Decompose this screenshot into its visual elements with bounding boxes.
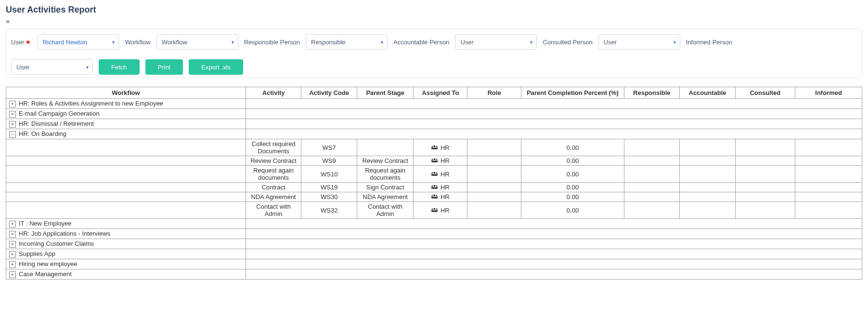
collapse-panel-icon[interactable]: « [6,17,10,25]
group-label: Supplies App [19,250,55,257]
expand-icon[interactable]: + [9,261,16,268]
table-row[interactable]: ContractWS19Sign ContractHR0.00 [6,183,862,192]
group-row[interactable]: +Hiring new employee [6,259,862,269]
pcp-cell: 0.00 [521,192,624,202]
group-row[interactable]: −HR: On Boarding [6,129,862,139]
group-cell[interactable]: +HR: Dismissal / Retirement [6,119,246,129]
activity-code-cell: WS9 [301,156,357,166]
responsible-cell [624,166,680,183]
consulted-cell [735,183,795,192]
col-activity-code[interactable]: Activity Code [301,87,357,99]
assigned-to-value: HR [431,171,450,178]
fetch-button[interactable]: Fetch [99,59,140,75]
accountable-cell [680,156,736,166]
consulted-cell [735,202,795,219]
assigned-to-value: HR [431,144,450,151]
expand-icon[interactable]: + [9,121,16,128]
expand-icon[interactable]: + [9,271,16,278]
group-cell[interactable]: +Hiring new employee [6,259,246,269]
print-button[interactable]: Print [145,59,183,75]
consulted-cell [735,156,795,166]
workflow-cell [6,166,246,183]
group-row[interactable]: +E-mail Campaign Generation [6,109,862,119]
assigned-to-text: HR [440,207,450,214]
group-cell[interactable]: +HR: Job Applications - Interviews [6,229,246,239]
informed-select[interactable]: User ▾ [11,59,93,75]
group-row[interactable]: +Supplies App [6,249,862,259]
workflow-cell [6,192,246,202]
chevron-down-icon: ▾ [112,40,115,45]
group-cell[interactable]: −HR: On Boarding [6,129,246,139]
group-row[interactable]: +IT : New Employee [6,219,862,229]
users-icon [431,144,438,151]
accountable-select[interactable]: User ▾ [455,34,537,50]
user-select[interactable]: Richard Newton ▾ [37,34,119,50]
chevron-down-icon: ▾ [530,40,532,45]
accountable-cell [680,202,736,219]
group-cell[interactable]: +IT : New Employee [6,219,246,229]
workflow-select[interactable]: Workflow ▾ [156,34,238,50]
group-cell[interactable]: +HR: Roles & Activities Assignment to ne… [6,99,246,109]
responsible-cell [624,192,680,202]
parent-stage-cell: Request again documents [357,166,413,183]
role-cell [467,202,521,219]
expand-icon[interactable]: + [9,241,16,248]
group-cell[interactable]: +Case Management [6,269,246,280]
parent-stage-cell: NDA Agreement [357,192,413,202]
accountable-cell [680,183,736,192]
collapse-icon[interactable]: − [9,131,16,138]
group-cell[interactable]: +Supplies App [6,249,246,259]
role-cell [467,183,521,192]
responsible-cell [624,139,680,156]
group-row[interactable]: +HR: Roles & Activities Assignment to ne… [6,99,862,109]
accountable-select-value: User [460,39,473,46]
table-row[interactable]: Contact with AdminWS32Contact with Admin… [6,202,862,219]
col-activity[interactable]: Activity [246,87,301,99]
group-spacer [246,269,862,280]
pcp-cell: 0.00 [521,139,624,156]
accountable-cell [680,166,736,183]
activity-cell: Contract [246,183,301,192]
activity-cell: Request again documents [246,166,301,183]
expand-icon[interactable]: + [9,111,16,118]
col-parent-stage[interactable]: Parent Stage [357,87,413,99]
expand-icon[interactable]: + [9,221,16,227]
col-responsible[interactable]: Responsible [624,87,680,99]
export-button[interactable]: Export .xls [189,59,243,75]
col-consulted[interactable]: Consulted [735,87,795,99]
workflow-cell [6,156,246,166]
expand-icon[interactable]: + [9,251,16,258]
group-cell[interactable]: +E-mail Campaign Generation [6,109,246,119]
chevron-down-icon: ▾ [674,40,676,45]
table-row[interactable]: Collect required DocumentsWS7HR0.00 [6,139,862,156]
table-row[interactable]: NDA AgreementWS30NDA AgreementHR0.00 [6,192,862,202]
activity-cell: Review Contract [246,156,301,166]
col-pcp[interactable]: Parent Completion Percent (%) [521,87,624,99]
table-row[interactable]: Review ContractWS9Review ContractHR0.00 [6,156,862,166]
responsible-select[interactable]: Responsible ▾ [306,34,388,50]
group-cell[interactable]: +Incoming Customer Claims [6,239,246,249]
parent-stage-cell: Review Contract [357,156,413,166]
role-cell [467,166,521,183]
consulted-cell [735,192,795,202]
expand-icon[interactable]: + [9,101,16,107]
col-assigned-to[interactable]: Assigned To [414,87,467,99]
col-accountable[interactable]: Accountable [680,87,736,99]
users-icon [431,157,438,164]
col-workflow[interactable]: Workflow [6,87,246,99]
parent-stage-cell [357,139,413,156]
group-row[interactable]: +Incoming Customer Claims [6,239,862,249]
group-spacer [246,219,862,229]
user-label: User★ [11,38,31,46]
required-icon: ★ [25,38,31,46]
group-row[interactable]: +HR: Dismissal / Retirement [6,119,862,129]
consulted-select[interactable]: User ▾ [598,34,680,50]
group-row[interactable]: +HR: Job Applications - Interviews [6,229,862,239]
col-role[interactable]: Role [467,87,521,99]
table-row[interactable]: Request again documentsWS10Request again… [6,166,862,183]
table-header-row: Workflow Activity Activity Code Parent S… [6,87,862,99]
workflow-select-value: Workflow [162,39,187,46]
group-row[interactable]: +Case Management [6,269,862,280]
col-informed[interactable]: Informed [795,87,862,99]
expand-icon[interactable]: + [9,231,16,238]
